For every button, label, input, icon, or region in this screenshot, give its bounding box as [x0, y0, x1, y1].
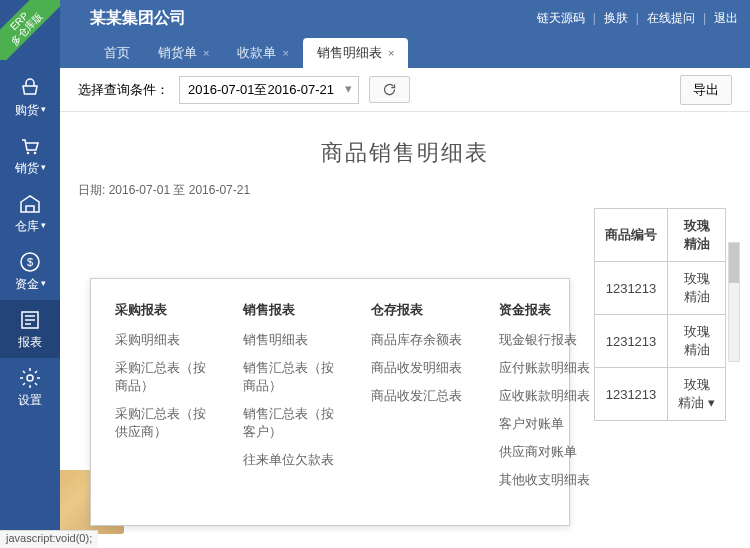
date-range-picker[interactable]: 2016-07-01至2016-07-21 [179, 76, 359, 104]
refresh-button[interactable] [369, 76, 410, 103]
tab-sales-detail[interactable]: 销售明细表× [303, 38, 408, 68]
menu-item[interactable]: 销售汇总表（按商品） [243, 359, 343, 395]
sidebar-item-fund[interactable]: $ 资金▾ [0, 242, 60, 300]
menu-item[interactable]: 商品库存余额表 [371, 331, 471, 349]
report-title: 商品销售明细表 [78, 138, 732, 168]
menu-item[interactable]: 客户对账单 [499, 415, 599, 433]
date-range-label: 日期: 2016-07-01 至 2016-07-21 [78, 182, 732, 199]
status-bar: javascript:void(0); [0, 530, 98, 548]
content: 商品销售明细表 日期: 2016-07-01 至 2016-07-21 商品编号… [60, 112, 750, 219]
header-link[interactable]: 链天源码 [537, 10, 585, 27]
report-icon [18, 308, 42, 332]
sidebar: 购货▾ 销货▾ 仓库▾ $ 资金▾ 报表 设置 [0, 0, 60, 548]
cart-icon [18, 134, 42, 158]
close-icon[interactable]: × [203, 47, 209, 59]
sidebar-item-sales[interactable]: 销货▾ [0, 126, 60, 184]
svg-point-0 [27, 151, 30, 154]
app-title: 某某集团公司 [90, 8, 537, 29]
header-link[interactable]: 换肤 [604, 10, 628, 27]
header-link[interactable]: 退出 [714, 10, 738, 27]
data-table-right: 商品编号玫瑰精油 1231213玫瑰精油 1231213玫瑰精油 1231213… [594, 208, 726, 421]
svg-text:$: $ [27, 256, 33, 268]
col-header: 玫瑰精油 [668, 209, 726, 262]
menu-item[interactable]: 其他收支明细表 [499, 471, 599, 489]
menu-item[interactable]: 往来单位欠款表 [243, 451, 343, 469]
money-icon: $ [18, 250, 42, 274]
menu-item[interactable]: 供应商对账单 [499, 443, 599, 461]
toolbar: 选择查询条件： 2016-07-01至2016-07-21 导出 [60, 68, 750, 112]
col-header: 商品编号 [595, 209, 668, 262]
scrollbar[interactable] [728, 242, 740, 362]
menu-item[interactable]: 采购明细表 [115, 331, 215, 349]
report-mega-menu: 采购报表 采购明细表 采购汇总表（按商品） 采购汇总表（按供应商） 销售报表 销… [90, 278, 570, 526]
warehouse-icon [18, 192, 42, 216]
close-icon[interactable]: × [388, 47, 394, 59]
basket-icon [18, 76, 42, 100]
menu-item[interactable]: 商品收发明细表 [371, 359, 471, 377]
menu-item[interactable]: 销售汇总表（按客户） [243, 405, 343, 441]
table-row: 1231213玫瑰精油 ▾ [595, 368, 726, 421]
menu-item[interactable]: 销售明细表 [243, 331, 343, 349]
tab-home[interactable]: 首页 [90, 38, 144, 68]
menu-item[interactable]: 现金银行报表 [499, 331, 599, 349]
sidebar-item-settings[interactable]: 设置 [0, 358, 60, 416]
sidebar-item-warehouse[interactable]: 仓库▾ [0, 184, 60, 242]
sidebar-item-report[interactable]: 报表 [0, 300, 60, 358]
tabbar: 首页 销货单× 收款单× 销售明细表× [0, 36, 750, 68]
table-row: 1231213玫瑰精油 [595, 315, 726, 368]
menu-item[interactable]: 采购汇总表（按商品） [115, 359, 215, 395]
export-button[interactable]: 导出 [680, 75, 732, 105]
table-row: 1231213玫瑰精油 [595, 262, 726, 315]
sidebar-item-purchase[interactable]: 购货▾ [0, 68, 60, 126]
header: 某某集团公司 链天源码| 换肤| 在线提问| 退出 [0, 0, 750, 36]
header-link[interactable]: 在线提问 [647, 10, 695, 27]
refresh-icon [382, 82, 397, 97]
header-links: 链天源码| 换肤| 在线提问| 退出 [537, 10, 738, 27]
menu-item[interactable]: 采购汇总表（按供应商） [115, 405, 215, 441]
close-icon[interactable]: × [282, 47, 288, 59]
tab-sales-order[interactable]: 销货单× [144, 38, 223, 68]
mega-col-sales: 销售报表 销售明细表 销售汇总表（按商品） 销售汇总表（按客户） 往来单位欠款表 [243, 301, 343, 499]
menu-item[interactable]: 应收账款明细表 [499, 387, 599, 405]
menu-item[interactable]: 商品收发汇总表 [371, 387, 471, 405]
filter-label: 选择查询条件： [78, 81, 169, 99]
svg-point-5 [27, 375, 33, 381]
menu-item[interactable]: 应付账款明细表 [499, 359, 599, 377]
mega-col-fund: 资金报表 现金银行报表 应付账款明细表 应收账款明细表 客户对账单 供应商对账单… [499, 301, 599, 499]
mega-col-stock: 仓存报表 商品库存余额表 商品收发明细表 商品收发汇总表 [371, 301, 471, 499]
corner-ribbon: ERP多仓库版 [0, 0, 60, 60]
gear-icon [18, 366, 42, 390]
mega-col-purchase: 采购报表 采购明细表 采购汇总表（按商品） 采购汇总表（按供应商） [115, 301, 215, 499]
tab-receipt[interactable]: 收款单× [223, 38, 302, 68]
svg-point-1 [34, 151, 37, 154]
